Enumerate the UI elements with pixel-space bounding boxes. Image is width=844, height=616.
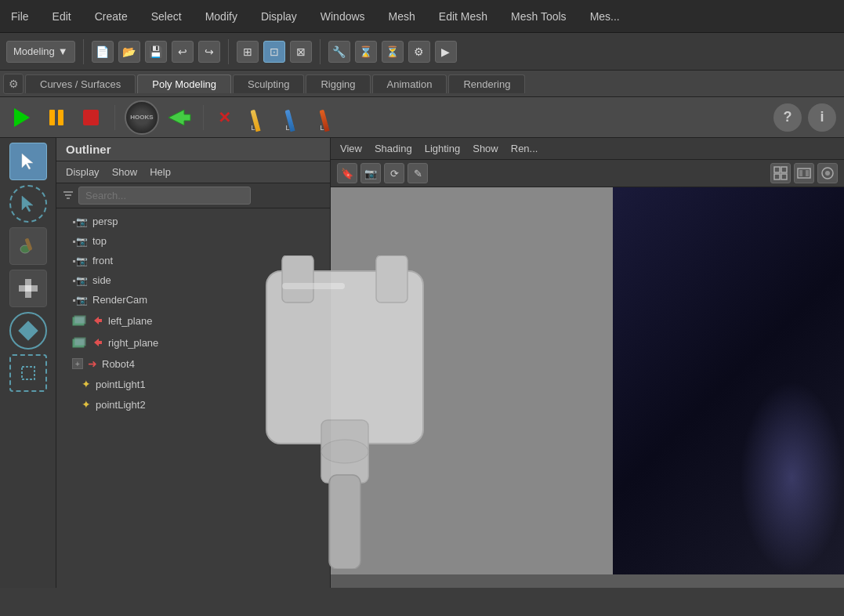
undo-button[interactable]: ↩	[172, 41, 194, 63]
redo-button[interactable]: ↪	[198, 41, 220, 63]
outliner-item-top[interactable]: ▪📷 top	[56, 231, 330, 251]
vp-menu-shading[interactable]: Shading	[375, 143, 412, 154]
expand-button-robot4[interactable]: +	[72, 358, 83, 369]
menu-mesh[interactable]: Mesh	[384, 7, 420, 26]
select-tool-button[interactable]	[9, 143, 47, 180]
bookmark-button[interactable]: 🔖	[337, 163, 357, 183]
outliner-item-side[interactable]: ▪📷 side	[56, 270, 330, 290]
display-options-button[interactable]	[817, 163, 838, 183]
move-tool-button[interactable]	[9, 270, 47, 307]
outliner-label-robot4: Robot4	[102, 358, 135, 370]
menu-create[interactable]: Create	[90, 7, 132, 26]
menu-more[interactable]: Mes...	[585, 7, 625, 26]
viewport-content[interactable]	[331, 187, 844, 574]
svg-point-28	[825, 171, 830, 176]
paint-tool-button[interactable]	[9, 227, 47, 265]
menu-display[interactable]: Display	[256, 7, 302, 26]
search-filter-icon	[63, 190, 74, 201]
outliner-menu-show[interactable]: Show	[112, 166, 138, 178]
outliner-item-persp[interactable]: ▪📷 persp	[56, 212, 330, 231]
lp-icon-3[interactable]: LP	[310, 103, 339, 132]
help-button[interactable]: ?	[773, 103, 802, 132]
rotate-tool-button[interactable]	[9, 312, 47, 350]
tool-btn-5[interactable]: ▶	[435, 41, 457, 63]
outliner-item-right-plane[interactable]: right_plane	[56, 332, 330, 353]
stop-icon	[83, 110, 99, 125]
scale-tool-button[interactable]	[9, 354, 47, 392]
tab-rendering[interactable]: Rendering	[448, 74, 525, 93]
save-file-button[interactable]: 💾	[145, 41, 167, 63]
menu-edit[interactable]: Edit	[48, 7, 76, 26]
arrow-icon[interactable]	[165, 107, 194, 129]
svg-rect-25	[799, 170, 802, 176]
outliner-menu-help[interactable]: Help	[150, 166, 171, 178]
tab-animation[interactable]: Animation	[372, 74, 447, 93]
diamond-inner-icon	[18, 321, 38, 340]
snap-button[interactable]: ⊡	[263, 41, 285, 63]
menu-modify[interactable]: Modify	[201, 7, 242, 26]
menu-select[interactable]: Select	[147, 7, 187, 26]
tab-rigging[interactable]: Rigging	[306, 74, 370, 93]
shelf-content: HOOKS ✕ LP LP LP ? i	[0, 97, 844, 138]
camera-select-button[interactable]: 📷	[360, 163, 381, 183]
outliner-item-left-plane[interactable]: left_plane	[56, 310, 330, 332]
open-file-button[interactable]: 📂	[118, 41, 140, 63]
outliner-label-front: front	[92, 255, 113, 266]
tool-btn-2[interactable]: ⌛	[355, 41, 377, 63]
close-x-icon[interactable]: ✕	[213, 107, 235, 129]
vp-menu-lighting[interactable]: Lighting	[425, 143, 461, 154]
separator-2	[228, 39, 229, 64]
lp-icon-1[interactable]: LP	[241, 103, 270, 132]
tool-btn-1[interactable]: 🔧	[328, 41, 350, 63]
camera-icon-side: ▪📷	[72, 275, 88, 286]
outliner-label-top: top	[92, 235, 107, 247]
grid-view-button[interactable]	[770, 163, 791, 183]
outliner-item-light2[interactable]: ✦ pointLight2	[56, 394, 330, 415]
menu-file[interactable]: File	[6, 7, 34, 26]
outliner-menu-display[interactable]: Display	[66, 166, 100, 178]
new-file-button[interactable]: 📄	[92, 41, 114, 63]
menu-mesh-tools[interactable]: Mesh Tools	[506, 7, 571, 26]
menu-windows[interactable]: Windows	[316, 7, 370, 26]
outliner-item-front[interactable]: ▪📷 front	[56, 251, 330, 270]
layer-icon-right	[72, 335, 86, 350]
outliner-label-right-plane: right_plane	[108, 337, 158, 349]
svg-marker-1	[22, 154, 33, 169]
light-icon-2: ✦	[82, 398, 91, 411]
hooks-icon[interactable]: HOOKS	[125, 100, 159, 135]
svg-rect-8	[31, 285, 38, 292]
svg-rect-26	[806, 170, 809, 176]
tab-curves-surfaces[interactable]: Curves / Surfaces	[25, 74, 136, 93]
svg-rect-22	[774, 174, 780, 179]
outliner-item-light1[interactable]: ✦ pointLight1	[56, 374, 330, 394]
shelf-gear-button[interactable]: ⚙	[3, 74, 24, 94]
tool-btn-4[interactable]: ⚙	[408, 41, 430, 63]
main-area: Outliner Display Show Help ▪📷 persp ▪📷 t	[0, 138, 844, 588]
vp-btn-4[interactable]: ✎	[408, 163, 428, 183]
lp-icon-2[interactable]: LP	[276, 103, 304, 132]
menu-edit-mesh[interactable]: Edit Mesh	[434, 7, 492, 26]
vp-btn-3[interactable]: ⟳	[384, 163, 404, 183]
transform-button[interactable]: ⊞	[237, 41, 259, 63]
grid-button[interactable]: ⊠	[290, 41, 312, 63]
tool-btn-3[interactable]: ⏳	[382, 41, 404, 63]
pause-button[interactable]	[42, 103, 71, 132]
film-button[interactable]	[794, 163, 814, 183]
tab-poly-modeling[interactable]: Poly Modeling	[137, 74, 231, 93]
viewport-dark-area	[613, 187, 844, 574]
svg-rect-21	[781, 167, 787, 172]
info-button[interactable]: i	[808, 103, 836, 132]
stop-button[interactable]	[77, 103, 105, 132]
outliner-item-robot4[interactable]: + ➜ Robot4	[56, 353, 330, 374]
search-input[interactable]	[78, 187, 251, 205]
vp-menu-view[interactable]: View	[340, 143, 362, 154]
workspace-dropdown[interactable]: Modeling ▼	[6, 41, 75, 63]
outliner-item-rendercam[interactable]: ▪📷 RenderCam	[56, 290, 330, 310]
vp-menu-ren[interactable]: Ren...	[511, 143, 538, 154]
outliner-panel: Outliner Display Show Help ▪📷 persp ▪📷 t	[56, 138, 331, 588]
tab-sculpting[interactable]: Sculpting	[233, 74, 304, 93]
vp-menu-show[interactable]: Show	[473, 143, 498, 154]
lasso-tool-button[interactable]	[9, 185, 47, 223]
outliner-label-left-plane: left_plane	[108, 315, 152, 327]
play-button[interactable]	[8, 103, 36, 132]
